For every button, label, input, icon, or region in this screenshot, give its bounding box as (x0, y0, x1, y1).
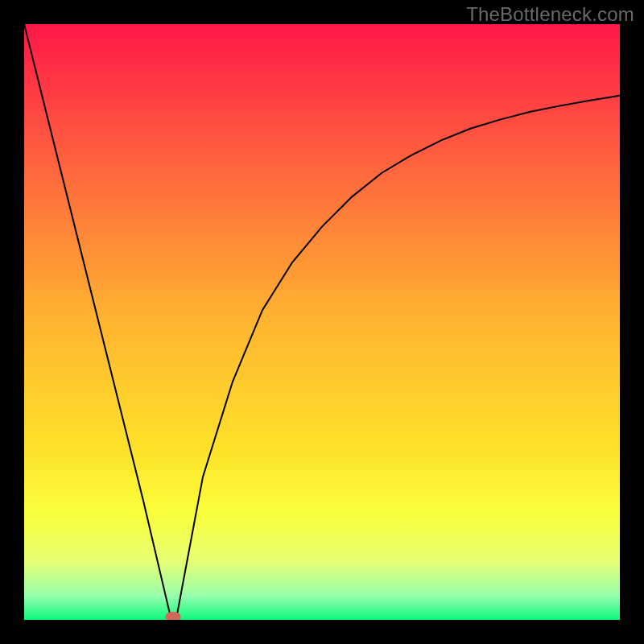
chart-frame: TheBottleneck.com (0, 0, 644, 644)
bottleneck-chart (24, 24, 620, 620)
plot-background (24, 24, 620, 620)
watermark-text: TheBottleneck.com (466, 3, 634, 26)
